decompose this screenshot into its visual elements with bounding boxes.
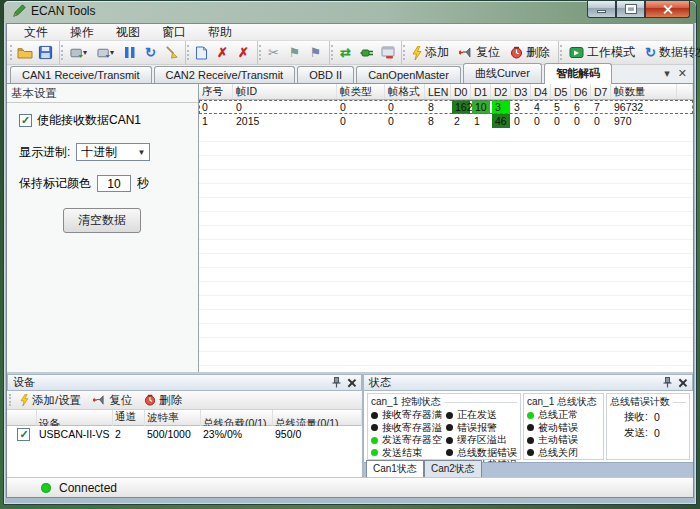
col-d5[interactable]: D5	[551, 84, 571, 99]
device-channels: 2	[113, 428, 145, 440]
delete-all-button[interactable]: ✗	[233, 43, 254, 63]
close-icon	[662, 4, 673, 15]
flag-icon: ⚑	[310, 46, 322, 59]
title-bar[interactable]: ECAN Tools	[4, 1, 696, 23]
tab-canopenmaster[interactable]: CanOpenMaster	[356, 66, 461, 83]
data-forward-button[interactable]: ↻ 数据转发	[640, 43, 700, 62]
tab-obd2[interactable]: OBD II	[297, 66, 354, 83]
clear-data-button[interactable]: 清空数据	[63, 208, 141, 233]
main-tab-bar: CAN1 Receive/Transmit CAN2 Receive/Trans…	[7, 65, 693, 84]
plug-icon	[360, 46, 374, 59]
radix-select[interactable]: 十进制 ▼	[76, 143, 150, 161]
led-indicator	[446, 437, 453, 444]
device-delete-button[interactable]: 删除	[139, 393, 187, 408]
refresh-button[interactable]: ↻	[140, 43, 161, 63]
blue-refresh-icon: ↻	[645, 46, 656, 59]
col-len[interactable]: LEN	[425, 84, 451, 99]
col-frame-format[interactable]: 帧格式	[385, 84, 425, 99]
open-file-button[interactable]	[14, 43, 35, 63]
close-button[interactable]	[645, 1, 690, 18]
table-row[interactable]: 0 0 0 0 8 162 10 3 3 4 5 6 7 96732	[199, 100, 693, 114]
cut-button[interactable]: ✂	[263, 43, 284, 63]
panel-close-icon[interactable]	[348, 379, 356, 387]
tab-smart-decode[interactable]: 智能解码	[544, 63, 612, 84]
exchange-button[interactable]: ⇄	[335, 43, 356, 63]
menu-help[interactable]: 帮助	[197, 23, 243, 42]
device-enable-checkbox[interactable]	[17, 428, 30, 441]
tx-error-value: 0	[654, 427, 660, 439]
device-add-settings-button[interactable]: 添加/设置	[15, 393, 86, 408]
keep-color-unit: 秒	[137, 175, 149, 192]
save-icon	[38, 45, 53, 60]
tab-can2-receive-transmit[interactable]: CAN2 Receive/Transmit	[154, 66, 296, 83]
bus-status-group: can_1 总线状态 总线正常 被动错误 主动错误 总线关闭	[523, 393, 604, 460]
col-frame-id[interactable]: 帧ID	[233, 84, 337, 99]
device-panel-caption[interactable]: 设备	[7, 374, 362, 391]
tab-list-dropdown-icon[interactable]: ▾	[664, 68, 670, 79]
col-d2[interactable]: D2	[491, 84, 511, 99]
panel-close-icon[interactable]	[679, 379, 687, 387]
maximize-button[interactable]	[616, 1, 645, 18]
add-device-button[interactable]: 添加	[407, 43, 454, 62]
status-tab-bar: Can1状态 Can2状态	[364, 462, 693, 477]
menu-view[interactable]: 视图	[105, 23, 151, 42]
rx-error-label: 接收:	[624, 410, 648, 424]
status-panel-caption[interactable]: 状态	[364, 374, 693, 391]
connect-button[interactable]	[356, 43, 377, 63]
toolbar-group-device: 添加 复位 删除	[402, 41, 559, 64]
disconnect-button[interactable]	[377, 43, 398, 63]
device-start-button[interactable]: ▾	[92, 43, 119, 63]
led-indicator	[446, 424, 453, 431]
reset-device-button[interactable]: 复位	[454, 43, 505, 62]
col-d1[interactable]: D1	[471, 84, 491, 99]
work-mode-button[interactable]: 工作模式	[564, 43, 640, 62]
col-frame-count[interactable]: 帧数量	[611, 84, 677, 99]
menu-operation[interactable]: 操作	[59, 23, 105, 42]
data-forward-label: 数据转发	[659, 44, 700, 61]
minimize-button[interactable]	[587, 1, 616, 18]
col-d3[interactable]: D3	[511, 84, 531, 99]
status-bar: Connected	[7, 477, 693, 497]
menu-bar: 文件 操作 视图 窗口 帮助	[7, 24, 693, 41]
menu-file[interactable]: 文件	[13, 23, 59, 42]
goto-mark-button[interactable]: ⚑	[305, 43, 326, 63]
new-frame-button[interactable]	[191, 43, 212, 63]
pause-button[interactable]	[119, 43, 140, 63]
control-status-group: can_1 控制状态 接收寄存器满 接收寄存器溢 发送寄存器空 发送结束 正在接…	[367, 393, 521, 460]
device-flow: 950/0	[273, 428, 362, 440]
tab-close-icon[interactable]: ✕	[678, 68, 687, 79]
red-gauge-icon	[144, 394, 156, 406]
keep-color-input[interactable]	[97, 175, 131, 192]
table-row[interactable]: 1 2015 0 0 8 2 1 46 0 0 0 0 0 970	[199, 114, 693, 128]
offline-window-icon	[381, 46, 395, 59]
col-d0[interactable]: D0	[451, 84, 471, 99]
tab-can1-status[interactable]: Can1状态	[366, 460, 424, 477]
col-index[interactable]: 序号	[199, 84, 233, 99]
device-reset-label: 复位	[109, 393, 132, 408]
col-d6[interactable]: D6	[571, 84, 591, 99]
device-reset-button[interactable]: 复位	[88, 393, 137, 408]
col-d7[interactable]: D7	[591, 84, 611, 99]
col-d4[interactable]: D4	[531, 84, 551, 99]
led-indicator	[446, 412, 453, 419]
led-indicator	[371, 449, 378, 456]
tab-can1-receive-transmit[interactable]: CAN1 Receive/Transmit	[10, 66, 152, 83]
toolbar-group-mode: 工作模式 ↻ 数据转发	[559, 41, 700, 64]
tab-can2-status[interactable]: Can2状态	[424, 460, 482, 477]
save-button[interactable]	[35, 43, 56, 63]
reset-device-label: 复位	[476, 44, 500, 61]
radix-label: 显示进制:	[19, 144, 70, 161]
device-open-button[interactable]: ▾	[65, 43, 92, 63]
tab-curve[interactable]: 曲线Curver	[463, 63, 542, 83]
edit-delete-button[interactable]: ✗	[212, 43, 233, 63]
delete-device-button[interactable]: 删除	[505, 43, 555, 62]
pin-icon[interactable]	[663, 377, 672, 388]
control-group-title: can_1 控制状态	[371, 395, 441, 409]
col-frame-type[interactable]: 帧类型	[337, 84, 385, 99]
clear-screen-button[interactable]	[161, 43, 182, 63]
mark-button[interactable]: ⚑	[284, 43, 305, 63]
pin-icon[interactable]	[332, 377, 341, 388]
enable-receive-checkbox[interactable]	[19, 114, 32, 127]
menu-window[interactable]: 窗口	[151, 23, 197, 42]
device-row[interactable]: USBCAN-II-VS 2 500/1000 23%/0% 950/0	[7, 426, 362, 442]
